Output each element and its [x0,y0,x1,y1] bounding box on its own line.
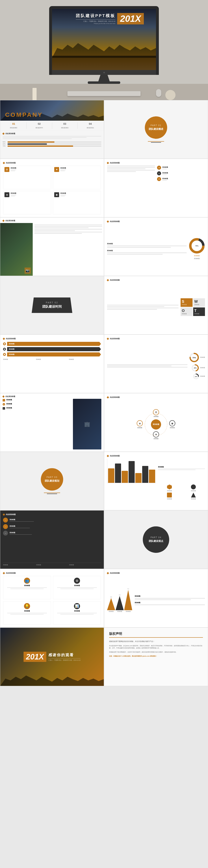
svg-text:75%: 75% [193,357,196,359]
desk-area [0,84,208,100]
slide-percentages: 此处添加标题 75% 添加标题 [104,335,208,393]
slide-triangles: 此处添加标题 4.0 添加标题 4.2 添加标题 7. [104,569,208,627]
slide-part04: PART 04 团队建设观点 [104,510,208,569]
slide-content-5: 此处添加标题 📷 [0,217,104,276]
mouse [156,89,161,97]
tab-3[interactable]: 03 团队建设规划 [54,122,76,129]
slide-content-4: 此处添加标题 3 添加标题 [104,159,208,217]
slide-content-6: 此处添加标题 添加标题 添加标题 [104,217,208,276]
ppt-subtitle2: Please put the title of the text here [94,23,115,24]
slide-part01: PART 01 团队建设概述 [104,100,208,159]
slide-timeline: 此处添加标题 添加标题 添加标题 [0,335,104,393]
copyright-note: 注意：本模板仅供个人非商业使用。商业使用请联系 qiantu.com 获取授权！ [109,655,203,657]
ppt-subtitle: 汇报人：千图网 职位：营销经理 日期：2019.10.10 [83,20,115,22]
keyboard [67,91,141,96]
slide-icons-12: 此处添加标题 添加标题 ⚙ 添加标题 ★ 添加标题 [104,393,208,452]
monitor-base [88,82,120,84]
copyright-para2: 本次提供的PPT模板，由 Qiantu.com 版权所有，受相关法律保护。购买方… [109,645,203,649]
tab-2[interactable]: 02 团队建设时间 [28,122,51,129]
slide-company: COMPANY 01 团队建设概述 02 团队建设时间 03 团队建设规划 [0,100,104,159]
slide-swot: 此处添加标题 S 添加标题 W 添加标题 [104,276,208,335]
slide-content-3: 此处添加标题 ⊞ 添加标题 ★ 添加标题 [0,159,104,217]
part01-circle: PART 01 团队建设概述 [145,116,167,139]
slide-icons-17: 此处添加标题 👥 添加标题 ⚙ 添加标题 💡 添加标题 [0,569,104,627]
slide-photo-11: 此处添加标题 + 添加标题 ● 添加标题 [0,393,104,452]
monitor: 201X 团队建设PPT模板 汇报人：千图网 职位：营销经理 日期：2019.1… [49,6,159,75]
slide-barchart: 此处添加标题 添加标题 [104,452,208,510]
monitor-stand [97,75,111,82]
ppt-main-title: 团队建设PPT模板 [76,13,115,19]
monitor-screen: 201X 团队建设PPT模板 汇报人：千图网 职位：营销经理 日期：2019.1… [52,9,156,70]
monitor-chin [52,70,156,75]
company-title-label: COMPANY [5,111,43,118]
ppt-year-box: 201X [117,13,144,24]
tab-4[interactable]: 04 团队建设观点 [79,122,102,129]
part01-label: PART 01 [150,124,161,127]
copyright-title: 版权声明 [109,632,203,638]
slides-container: COMPANY 01 团队建设概述 02 团队建设时间 03 团队建设规划 [0,100,208,686]
copyright-para3: 本模板使用了部分网络图片，仅供学习和示例参考，购买后使用时请替换为自己的图片，避… [109,651,203,653]
copyright-para1: 感谢您使用千图网提供的演示模板，本文件及模板为数字产品！ [109,640,203,643]
svg-text:25%: 25% [195,376,198,377]
slide-copyright: 版权声明 感谢您使用千图网提供的演示模板，本文件及模板为数字产品！ 本次提供的P… [104,627,208,686]
ppt-year: 201X [120,14,141,23]
desk-item-left [33,88,37,100]
desk-item-right [165,90,175,100]
monitor-section: 201X 团队建设PPT模板 汇报人：千图网 职位：营销经理 日期：2019.1… [0,0,208,100]
camera-dot [103,72,105,73]
slide-dark-15: 此处添加标题 → 添加标题 → 添加标题 [0,510,104,569]
part01-title: 团队建设概述 [149,127,163,131]
slide-part02: PART 02 团队建设时间 [0,276,104,335]
svg-text:45%: 45% [194,367,197,369]
slide-thanks: 201X 感谢你的观看 汇报人：千图网 职位：营销经理 日期：2019.10.1… [0,627,104,686]
company-hero: COMPANY [0,100,104,121]
slide-part03: PART 03 团队建设规划 [0,452,104,510]
tab-1[interactable]: 01 团队建设概述 [2,122,25,129]
